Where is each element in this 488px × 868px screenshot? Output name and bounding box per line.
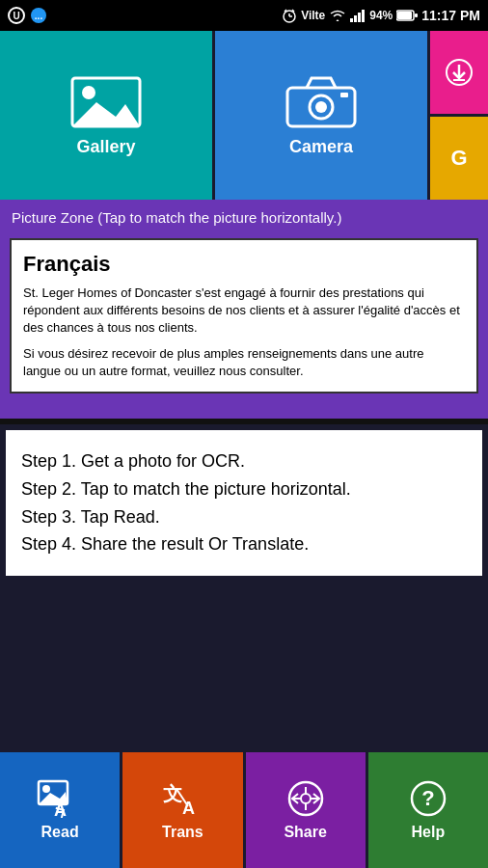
- status-time: 11:17 PM: [421, 8, 480, 23]
- svg-rect-15: [415, 14, 418, 17]
- gallery-tile[interactable]: Gallery: [0, 31, 212, 200]
- step3: Step 3. Tap Read.: [21, 503, 467, 531]
- alarm-icon: [282, 8, 297, 23]
- share-icon: [285, 779, 327, 818]
- svg-point-27: [42, 785, 50, 793]
- picture-zone[interactable]: Picture Zone (Tap to match the picture h…: [0, 200, 488, 235]
- bottom-nav: A Read 文 A Trans Share ?: [0, 752, 488, 868]
- download-tile[interactable]: [430, 31, 488, 114]
- content-title: Français: [23, 252, 465, 277]
- download-icon: [444, 57, 474, 88]
- picture-zone-text: Picture Zone (Tap to match the picture h…: [12, 209, 341, 226]
- purple-area: Français St. Leger Homes of Doncaster s'…: [0, 235, 488, 419]
- svg-rect-11: [358, 13, 361, 22]
- g-label: G: [450, 146, 467, 171]
- steps-card: Step 1. Get a photo for OCR. Step 2. Tap…: [6, 430, 482, 576]
- read-label: Read: [41, 824, 79, 841]
- chat-icon: ...: [29, 7, 48, 24]
- svg-point-34: [301, 794, 311, 803]
- gallery-label: Gallery: [76, 137, 135, 157]
- svg-marker-18: [72, 102, 140, 126]
- svg-text:U: U: [13, 11, 19, 21]
- camera-tile-icon: [283, 73, 360, 131]
- svg-text:?: ?: [421, 786, 434, 810]
- status-right: Vilte 94% 11:17 PM: [282, 8, 480, 23]
- share-label: Share: [284, 824, 326, 841]
- small-tiles-stack: G: [430, 31, 488, 200]
- svg-rect-22: [340, 93, 348, 97]
- camera-label: Camera: [289, 137, 353, 157]
- signal-text: Vilte: [301, 9, 325, 22]
- content-paragraph1: St. Leger Homes of Doncaster s'est engag…: [23, 285, 465, 338]
- step1: Step 1. Get a photo for OCR.: [21, 448, 467, 475]
- step4: Step 4. Share the result Or Translate.: [21, 530, 467, 558]
- svg-point-21: [315, 101, 327, 113]
- svg-rect-10: [354, 15, 357, 22]
- svg-point-17: [82, 86, 95, 99]
- steps-area: Step 1. Get a photo for OCR. Step 2. Tap…: [0, 424, 488, 582]
- read-icon: A: [37, 779, 83, 818]
- g-tile[interactable]: G: [430, 117, 488, 200]
- help-icon: ?: [407, 779, 449, 818]
- step2: Step 2. Tap to match the picture horizon…: [21, 475, 467, 503]
- u-icon: U: [8, 7, 25, 24]
- trans-icon: 文 A: [161, 779, 203, 818]
- svg-rect-12: [362, 10, 365, 22]
- help-label: Help: [412, 824, 446, 841]
- signal-bars-icon: [350, 9, 366, 22]
- camera-tile[interactable]: Camera: [215, 31, 427, 200]
- svg-text:...: ...: [35, 11, 43, 21]
- gallery-tile-icon: [68, 73, 145, 131]
- help-nav-tile[interactable]: ? Help: [368, 752, 488, 868]
- svg-rect-14: [397, 12, 412, 19]
- status-bar: U ... Vilte 94%: [0, 0, 488, 31]
- trans-label: Trans: [162, 824, 203, 841]
- read-nav-tile[interactable]: A Read: [0, 752, 120, 868]
- battery-text: 94%: [369, 9, 393, 22]
- wifi-icon: [329, 9, 346, 22]
- svg-rect-9: [350, 18, 353, 22]
- content-card: Français St. Leger Homes of Doncaster s'…: [10, 238, 478, 393]
- top-tiles: Gallery Camera G: [0, 31, 488, 200]
- share-nav-tile[interactable]: Share: [246, 752, 366, 868]
- trans-nav-tile[interactable]: 文 A Trans: [122, 752, 242, 868]
- content-paragraph2: Si vous désirez recevoir de plus amples …: [23, 345, 465, 380]
- status-left: U ...: [8, 7, 48, 24]
- battery-icon: [396, 10, 418, 21]
